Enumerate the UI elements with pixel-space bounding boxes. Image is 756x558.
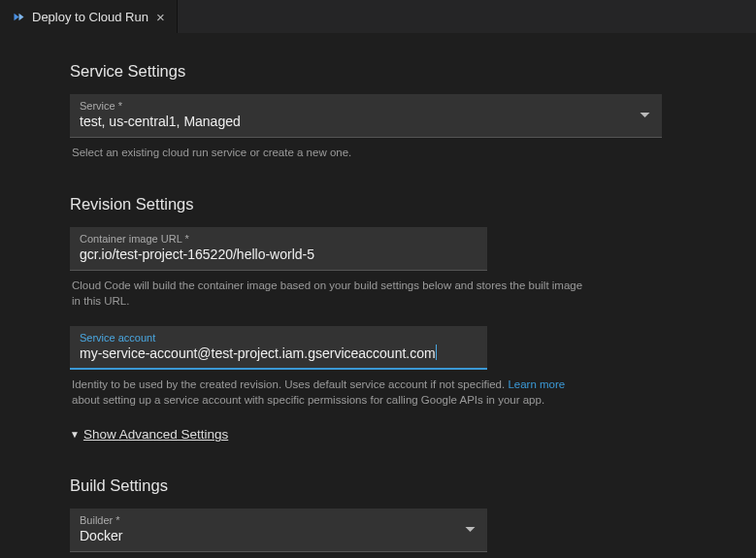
container-image-url-label: Container image URL * — [80, 233, 477, 245]
service-helper: Select an existing cloud run service or … — [72, 146, 664, 161]
tab-deploy-cloud-run[interactable]: Deploy to Cloud Run × — [0, 0, 178, 33]
triangle-down-icon: ▼ — [70, 429, 80, 440]
build-settings-heading: Build Settings — [70, 476, 686, 495]
container-image-url-value: gcr.io/test-project-165220/hello-world-5 — [80, 246, 477, 264]
tab-title: Deploy to Cloud Run — [32, 10, 148, 24]
revision-settings-heading: Revision Settings — [70, 195, 686, 213]
service-select[interactable]: Service * test, us-central1, Managed — [70, 94, 662, 138]
chevron-down-icon — [465, 527, 476, 533]
service-account-helper: Identity to be used by the created revis… — [72, 377, 586, 408]
show-advanced-settings-label: Show Advanced Settings — [83, 427, 228, 442]
service-select-label: Service * — [80, 100, 652, 112]
close-icon[interactable]: × — [154, 10, 167, 24]
learn-more-link[interactable]: Learn more — [508, 378, 565, 390]
tab-bar-empty — [178, 0, 756, 33]
form-content: Service Settings Service * test, us-cent… — [0, 33, 756, 552]
service-account-label: Service account — [80, 332, 477, 344]
service-settings-heading: Service Settings — [70, 62, 686, 81]
container-image-url-helper: Cloud Code will build the container imag… — [72, 279, 586, 309]
builder-select-label: Builder * — [80, 514, 477, 526]
show-advanced-settings-toggle[interactable]: ▼ Show Advanced Settings — [70, 427, 686, 442]
text-caret — [436, 345, 437, 360]
tab-bar: Deploy to Cloud Run × — [0, 0, 756, 33]
service-account-value: my-service-account@test-project.iam.gser… — [80, 345, 477, 363]
chevron-down-icon — [640, 113, 650, 118]
builder-select-value: Docker — [80, 527, 477, 545]
builder-select[interactable]: Builder * Docker — [70, 509, 487, 552]
service-select-value: test, us-central1, Managed — [80, 113, 652, 131]
cloud-run-icon — [12, 10, 26, 24]
container-image-url-input[interactable]: Container image URL * gcr.io/test-projec… — [70, 227, 487, 271]
service-account-input[interactable]: Service account my-service-account@test-… — [70, 326, 487, 370]
